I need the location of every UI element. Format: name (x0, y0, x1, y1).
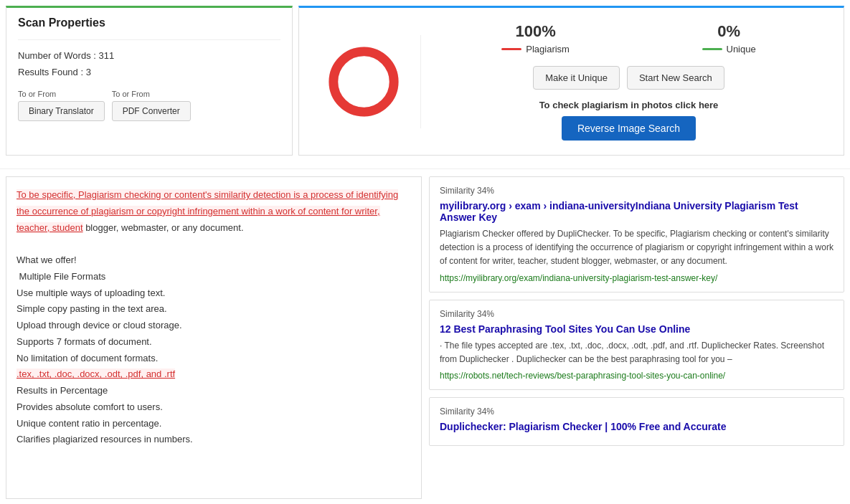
donut-container (306, 35, 421, 128)
regular-text-9: Provides absolute comfort to users. (16, 401, 163, 412)
stats-area: 100% Plagiarism 0% Unique (421, 15, 836, 148)
unique-indicator: Unique (702, 44, 756, 54)
plagiarism-indicator: Plagiarism (501, 44, 570, 54)
make-it-unique-button[interactable]: Make it Unique (533, 66, 620, 90)
regular-text-1: blogger, webmaster, or any document. (83, 222, 244, 233)
result-title[interactable]: Duplichecker: Plagiarism Checker | 100% … (440, 421, 834, 432)
result-description: · The file types accepted are .tex, .txt… (440, 339, 834, 366)
result-top: 100% Plagiarism 0% Unique (306, 15, 836, 148)
regular-text-2: What we offer! (16, 255, 77, 265)
result-url: https://myilibrary.org/exam/indiana-univ… (440, 273, 834, 283)
binary-translator-button[interactable]: Binary Translator (18, 101, 105, 121)
unique-stat: 0% Unique (702, 22, 756, 54)
result-url: https://robots.net/tech-reviews/best-par… (440, 371, 834, 381)
plagiarism-label: Plagiarism (526, 44, 570, 54)
results-panel: Similarity 34% myilibrary.org › exam › i… (429, 176, 844, 499)
result-card: Similarity 34% 12 Best Paraphrasing Tool… (429, 300, 844, 390)
regular-text-8: Results in Percentage (16, 385, 108, 396)
svg-point-1 (333, 51, 393, 111)
result-card: Similarity 34% myilibrary.org › exam › i… (429, 176, 844, 293)
result-title[interactable]: 12 Best Paraphrasing Tool Sites You Can … (440, 323, 834, 335)
photo-check-text: To check plagiarism in photos click here (435, 100, 822, 110)
regular-text-6: Supports 7 formats of document. (16, 336, 152, 347)
unique-pct: 0% (702, 22, 756, 41)
regular-text-7: No limitation of document formats. (16, 353, 158, 363)
binary-translator-group: To or From Binary Translator (18, 90, 105, 121)
results-found: Results Found : 3 (18, 64, 280, 80)
binary-label: To or From (18, 90, 105, 98)
pdf-converter-button[interactable]: PDF Converter (112, 101, 191, 121)
regular-text-11: Clarifies plagiarized resources in numbe… (16, 434, 193, 444)
similarity-badge: Similarity 34% (440, 186, 834, 196)
plagiarism-stat: 100% Plagiarism (501, 22, 570, 54)
converter-row: To or From Binary Translator To or From … (18, 90, 280, 121)
multiple-file-formats: Multiple File Formats (16, 271, 105, 282)
word-count: Number of Words : 311 (18, 47, 280, 64)
green-indicator-line (702, 48, 722, 50)
similarity-badge: Similarity 34% (440, 309, 834, 319)
pdf-converter-group: To or From PDF Converter (112, 90, 191, 121)
scan-properties-title: Scan Properties (18, 16, 280, 29)
regular-text-4: Simple copy pasting in the text area. (16, 303, 167, 314)
plagiarism-pct: 100% (501, 22, 570, 41)
result-card: Similarity 34% Duplichecker: Plagiarism … (429, 397, 844, 446)
result-description: Plagiarism Checker offered by DupliCheck… (440, 227, 834, 269)
action-buttons: Make it Unique Start New Search (435, 66, 822, 90)
text-content-panel[interactable]: To be specific, Plagiarism checking or c… (6, 176, 422, 499)
result-panel: 100% Plagiarism 0% Unique (298, 6, 844, 156)
similarity-badge: Similarity 34% (440, 406, 834, 417)
red-indicator-line (501, 48, 521, 50)
pdf-label: To or From (112, 90, 191, 98)
reverse-image-search-button[interactable]: Reverse Image Search (562, 116, 696, 141)
start-new-search-button[interactable]: Start New Search (627, 66, 724, 90)
regular-text-10: Unique content ratio in percentage. (16, 418, 161, 429)
plagiarism-donut-chart (324, 42, 403, 121)
highlighted-text-2: .tex, .txt, .doc, .docx, .odt, .pdf, and… (16, 369, 175, 379)
scan-properties-panel: Scan Properties Number of Words : 311 Re… (6, 6, 293, 156)
regular-text-5: Upload through device or cloud storage. (16, 320, 182, 331)
bottom-section: To be specific, Plagiarism checking or c… (6, 176, 844, 499)
unique-label: Unique (727, 44, 756, 54)
regular-text-3: Use multiple ways of uploading text. (16, 287, 165, 298)
stats-row: 100% Plagiarism 0% Unique (435, 22, 822, 54)
result-title[interactable]: myilibrary.org › exam › indiana-universi… (440, 200, 834, 223)
